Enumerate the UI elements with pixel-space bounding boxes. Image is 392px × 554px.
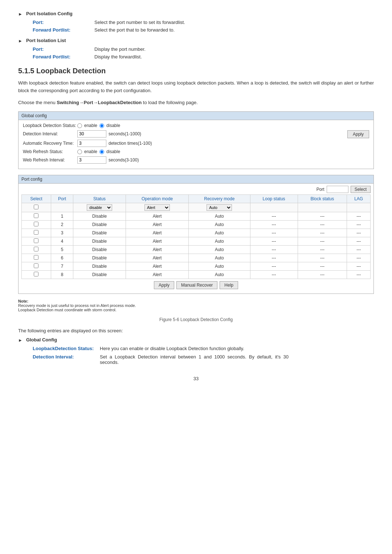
detection-interval-input[interactable] bbox=[77, 130, 106, 138]
row-rec-mode-2: Auto bbox=[189, 229, 250, 237]
row-op-mode-3: Alert bbox=[126, 237, 189, 246]
web-refresh-status-label: Web Refresh Status: bbox=[23, 149, 77, 154]
port-isolation-config-title: Port Isolation Config bbox=[26, 11, 73, 16]
table-row: 2 Disable Alert Auto --- --- --- bbox=[22, 221, 371, 229]
row-check-5[interactable] bbox=[34, 255, 38, 260]
web-refresh-disable-label: disable bbox=[106, 149, 120, 154]
loopback-disable-radio[interactable] bbox=[99, 123, 104, 128]
filter-check-cell[interactable] bbox=[22, 203, 51, 212]
port-table-wrapper: Port Select Select Port Status Operation… bbox=[19, 184, 373, 294]
row-check-3[interactable] bbox=[34, 238, 38, 243]
port-config-header: Port config bbox=[19, 175, 373, 184]
row-status-2: Disable bbox=[73, 229, 126, 237]
row-lag-5: --- bbox=[347, 254, 371, 262]
port-config-box: Port config Port Select Select Port Stat… bbox=[18, 175, 374, 294]
row-check-0[interactable] bbox=[34, 213, 38, 218]
filter-row: disable enable Alert Block Auto Ma bbox=[22, 203, 371, 212]
web-refresh-radio-group[interactable]: enable disable bbox=[77, 149, 120, 154]
page-number: 33 bbox=[18, 376, 374, 381]
manual-recover-button[interactable]: Manual Recover bbox=[176, 281, 217, 289]
filter-loop-cell bbox=[250, 203, 298, 212]
table-row: 7 Disable Alert Auto --- --- --- bbox=[22, 262, 371, 271]
loopback-enable-label: enable bbox=[84, 123, 97, 128]
loopback-radio-group[interactable]: enable disable bbox=[77, 123, 120, 128]
row-rec-mode-4: Auto bbox=[189, 246, 250, 254]
row-lag-3: --- bbox=[347, 237, 371, 246]
row-loop-7: --- bbox=[250, 271, 298, 279]
port-isolation-list-title: Port Isolation List bbox=[26, 38, 66, 43]
loopback-detection-def-value: Here you can enable or disable Loopback … bbox=[100, 346, 244, 351]
row-block-3: --- bbox=[298, 237, 347, 246]
row-check-7[interactable] bbox=[34, 272, 38, 276]
web-refresh-enable-radio[interactable] bbox=[77, 149, 82, 154]
port-select-button[interactable]: Select bbox=[351, 186, 371, 193]
port-def-row: Port: Select the port number to set its … bbox=[33, 20, 374, 25]
port-label: Port: bbox=[33, 20, 91, 25]
row-checkbox-0[interactable] bbox=[22, 212, 51, 221]
port-apply-button[interactable]: Apply bbox=[154, 281, 174, 289]
row-rec-mode-0: Auto bbox=[189, 212, 250, 221]
arrow-icon: ► bbox=[18, 12, 23, 17]
row-checkbox-3[interactable] bbox=[22, 237, 51, 246]
port-select-input[interactable] bbox=[327, 186, 348, 193]
middle-rows: Detection Interval: seconds(1-1000) Auto… bbox=[23, 130, 152, 149]
loopback-enable-radio[interactable] bbox=[77, 123, 82, 128]
status-filter-select[interactable]: disable enable bbox=[87, 204, 112, 211]
row-lag-0: --- bbox=[347, 212, 371, 221]
filter-rec-mode-cell[interactable]: Auto Manual bbox=[189, 203, 250, 212]
row-port-2: 3 bbox=[51, 229, 73, 237]
port-isolation-list-section: ► Port Isolation List bbox=[18, 38, 374, 44]
port-desc: Select the port number to set its forwar… bbox=[94, 20, 185, 25]
entries-header: The following entries are displayed on t… bbox=[18, 328, 374, 333]
row-rec-mode-6: Auto bbox=[189, 262, 250, 271]
web-refresh-interval-input[interactable] bbox=[77, 156, 106, 164]
port-isolation-config-section: ► Port Isolation Config bbox=[18, 11, 374, 17]
detection-interval-row: Detection Interval: seconds(1-1000) bbox=[23, 130, 152, 138]
detection-interval-def-label: Detection Interval: bbox=[33, 354, 96, 360]
auto-recovery-input[interactable] bbox=[77, 140, 106, 147]
select-all-checkbox[interactable] bbox=[34, 205, 38, 209]
global-config-defs: LoopbackDetection Status: Here you can e… bbox=[33, 346, 374, 365]
rec-mode-filter-select[interactable]: Auto Manual bbox=[207, 204, 232, 211]
row-checkbox-5[interactable] bbox=[22, 254, 51, 262]
loopback-status-label: Loopback Detection Status: bbox=[23, 123, 77, 128]
row-rec-mode-7: Auto bbox=[189, 271, 250, 279]
row-checkbox-4[interactable] bbox=[22, 246, 51, 254]
row-rec-mode-1: Auto bbox=[189, 221, 250, 229]
port-select-row: Port Select bbox=[21, 186, 371, 193]
row-checkbox-2[interactable] bbox=[22, 229, 51, 237]
global-apply-button[interactable]: Apply bbox=[347, 130, 369, 138]
detection-interval-hint: seconds(1-1000) bbox=[109, 131, 141, 136]
web-refresh-interval-label: Web Refresh Interval: bbox=[23, 157, 77, 163]
menu-path-bold: Switching→Port→LoopbackDetection bbox=[57, 100, 142, 105]
row-checkbox-7[interactable] bbox=[22, 271, 51, 279]
row-status-6: Disable bbox=[73, 262, 126, 271]
web-refresh-disable-radio[interactable] bbox=[99, 149, 104, 154]
filter-op-mode-cell[interactable]: Alert Block bbox=[126, 203, 189, 212]
row-loop-0: --- bbox=[250, 212, 298, 221]
filter-status-cell[interactable]: disable enable bbox=[73, 203, 126, 212]
row-check-2[interactable] bbox=[34, 230, 38, 235]
auto-recovery-label: Automatic Recovery Time: bbox=[23, 141, 77, 146]
loopback-detection-def-label: LoopbackDetection Status: bbox=[33, 346, 96, 351]
col-loop-status: Loop status bbox=[250, 195, 298, 203]
row-lag-2: --- bbox=[347, 229, 371, 237]
detection-interval-def-value: Set a Loopback Detection interval betwee… bbox=[100, 354, 289, 365]
row-block-7: --- bbox=[298, 271, 347, 279]
loopback-disable-label: disable bbox=[106, 123, 120, 128]
filter-lag-cell bbox=[347, 203, 371, 212]
row-check-4[interactable] bbox=[34, 247, 38, 251]
web-refresh-interval-hint: seconds(3-100) bbox=[109, 157, 139, 163]
row-check-1[interactable] bbox=[34, 222, 38, 226]
help-button[interactable]: Help bbox=[220, 281, 238, 289]
op-mode-filter-select[interactable]: Alert Block bbox=[144, 204, 170, 211]
row-check-6[interactable] bbox=[34, 263, 38, 268]
col-lag: LAG bbox=[347, 195, 371, 203]
row-checkbox-6[interactable] bbox=[22, 262, 51, 271]
table-row: 5 Disable Alert Auto --- --- --- bbox=[22, 246, 371, 254]
menu-path: Choose the menu Switching→Port→LoopbackD… bbox=[18, 99, 374, 107]
row-checkbox-1[interactable] bbox=[22, 221, 51, 229]
col-block-status: Block status bbox=[298, 195, 347, 203]
loopback-detection-def-row: LoopbackDetection Status: Here you can e… bbox=[33, 346, 374, 351]
arrow-icon-2: ► bbox=[18, 38, 23, 44]
